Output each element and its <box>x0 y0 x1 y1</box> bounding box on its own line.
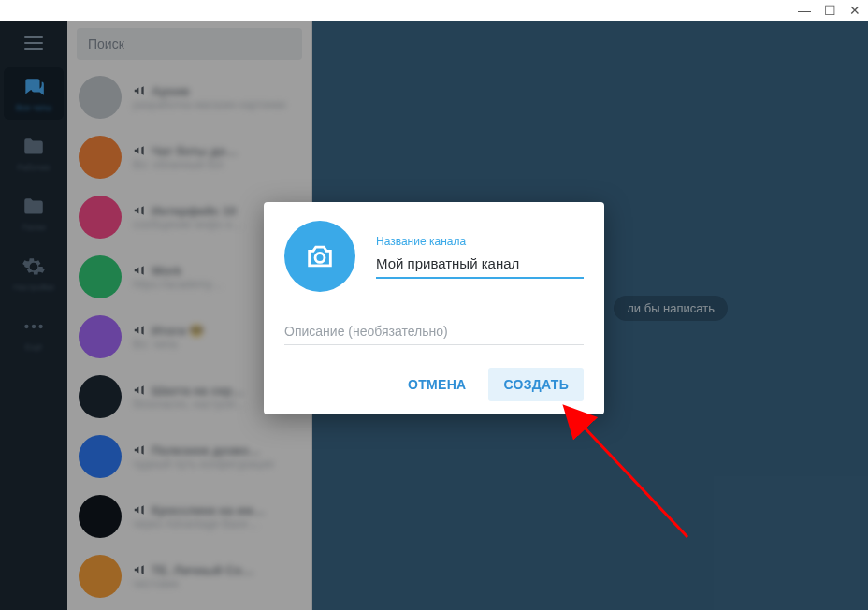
create-button[interactable]: СОЗДАТЬ <box>488 368 584 401</box>
camera-icon <box>304 240 336 272</box>
channel-description-input[interactable] <box>284 318 584 345</box>
create-channel-modal: Название канала ОТМЕНА СОЗДАТЬ <box>264 202 604 414</box>
svg-point-3 <box>315 253 325 262</box>
window-close-button[interactable]: ✕ <box>849 4 861 17</box>
channel-name-input[interactable] <box>376 252 584 279</box>
channel-photo-button[interactable] <box>284 221 355 292</box>
cancel-button[interactable]: ОТМЕНА <box>393 368 481 401</box>
window-titlebar: — ☐ ✕ <box>0 0 868 21</box>
window-minimize-button[interactable]: — <box>798 4 811 17</box>
channel-name-label: Название канала <box>376 235 584 248</box>
window-maximize-button[interactable]: ☐ <box>824 4 836 17</box>
